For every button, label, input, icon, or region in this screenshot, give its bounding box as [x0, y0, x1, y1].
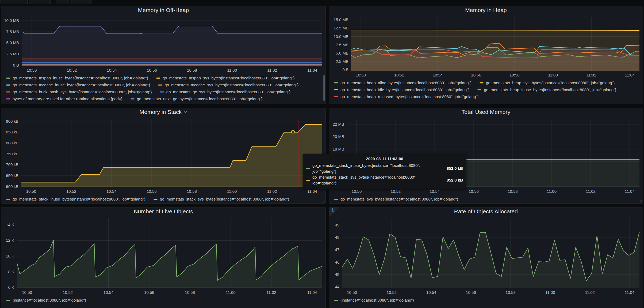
- chart-memory-in-stack[interactable]: 10:5010:5210:5410:5610:5811:0011:0211:04…: [1, 116, 325, 195]
- toolbar-control[interactable]: [70, 0, 91, 4]
- legend-label[interactable]: go_memstats_buck_hash_sys_bytes{instance…: [13, 88, 152, 95]
- panel-number-of-live-objects: Number of Live Objects10:5010:5210:5410:…: [1, 207, 326, 308]
- x-tick-label: 10:52: [66, 189, 76, 194]
- y-tick-label: 48: [335, 235, 339, 240]
- legend-item[interactable]: go_memstats_mspan_inuse_bytes{instance="…: [6, 75, 148, 82]
- y-tick-label: 900 kB: [6, 119, 18, 124]
- panel-info-corner[interactable]: i: [329, 207, 339, 217]
- tooltip-row: go_memstats_stack_sys_bytes{instance="lo…: [306, 174, 463, 186]
- panel-title[interactable]: Memory in Stack: [140, 109, 182, 115]
- series-color-dash: [334, 82, 338, 83]
- legend-label[interactable]: go_memstats_gc_sys_bytes{instance="local…: [166, 88, 290, 95]
- legend-item[interactable]: go_memstats_heap_inuse_bytes{instance="l…: [477, 86, 616, 93]
- panel-rate-of-objects-allocated: Rate of Objects Allocated10:5010:5210:54…: [329, 207, 643, 308]
- legend-item[interactable]: go_memstats_mspan_sys_bytes{instance="lo…: [156, 75, 294, 82]
- series-color-dash: [154, 199, 158, 200]
- series-color-dash: [477, 89, 481, 90]
- legend-item[interactable]: go_memstats_sys_bytes{instance="localhos…: [334, 196, 458, 203]
- x-tick-label: 11:02: [266, 290, 276, 295]
- panel-header-number-of-live-objects[interactable]: Number of Live Objects: [1, 207, 325, 215]
- x-tick-label: 11:04: [307, 68, 317, 72]
- legend: go_memstats_heap_alloc_bytes{instance="l…: [334, 79, 639, 100]
- panel-title[interactable]: Memory in Off-Heap: [138, 7, 189, 13]
- legend-label[interactable]: go_memstats_heap_idle_bytes{instance="lo…: [340, 86, 469, 93]
- legend-label[interactable]: go_memstats_mcache_inuse_bytes{instance=…: [13, 82, 150, 88]
- chart-number-of-live-objects[interactable]: 10:5010:5210:5410:5610:5811:0011:0211:04…: [1, 215, 325, 296]
- panel-header-rate-of-objects-allocated[interactable]: Rate of Objects Allocated: [329, 207, 643, 215]
- legend-label[interactable]: go_memstats_heap_released_bytes{instance…: [340, 93, 479, 100]
- y-tick-label: 20 MB: [333, 134, 344, 139]
- legend-item[interactable]: go_memstats_heap_idle_bytes{instance="lo…: [334, 86, 469, 93]
- x-tick-label: 10:58: [187, 189, 197, 194]
- legend-label[interactable]: {instance="localhost:8080", job="golang"…: [340, 297, 414, 304]
- panel-resize-handle[interactable]: [321, 199, 325, 203]
- legend-label[interactable]: bytes of memory are used for other runti…: [13, 95, 122, 102]
- series-color-dash: [6, 78, 10, 79]
- x-tick-label: 11:00: [226, 290, 235, 295]
- tooltip-timestamp: 2020-08-11 11:03:00: [306, 156, 463, 161]
- x-tick-label: 10:52: [387, 290, 397, 295]
- chevron-down-icon[interactable]: [183, 111, 187, 113]
- legend-item[interactable]: go_memstats_heap_released_bytes{instance…: [334, 93, 479, 100]
- legend-item[interactable]: go_memstats_stack_inuse_bytes{instance="…: [6, 196, 145, 203]
- toolbar-control[interactable]: [56, 0, 68, 4]
- chart-memory-in-heap[interactable]: 10:5010:5210:5410:5610:5811:0011:0211:04…: [329, 14, 643, 78]
- panel-header-total-used-memory[interactable]: Total Used Memory: [329, 108, 643, 116]
- legend-item[interactable]: go_memstats_stack_sys_bytes{instance="lo…: [154, 196, 289, 203]
- panel-header-memory-in-heap[interactable]: Memory in Heap: [329, 6, 643, 14]
- y-tick-label: 8 K: [8, 270, 14, 274]
- series-color-dash: [306, 168, 310, 169]
- legend-item[interactable]: go_memstats_heap_alloc_bytes{instance="l…: [334, 79, 471, 86]
- chart-rate-of-objects-allocated[interactable]: 10:5010:5210:5410:5610:5811:0011:0211:04…: [329, 215, 643, 296]
- legend-item[interactable]: go_memstats_buck_hash_sys_bytes{instance…: [6, 88, 152, 95]
- y-tick-label: 45: [335, 272, 339, 277]
- legend-label[interactable]: go_memstats_next_gc_bytes{instance="loca…: [137, 95, 263, 102]
- legend-label[interactable]: go_memstats_heap_sys_bytes{instance="loc…: [486, 79, 615, 86]
- series-color-dash: [156, 78, 160, 79]
- graph-tooltip: 2020-08-11 11:03:00 go_memstats_stack_in…: [303, 154, 466, 189]
- legend-label[interactable]: go_memstats_stack_sys_bytes{instance="lo…: [160, 196, 289, 203]
- panel-title[interactable]: Number of Live Objects: [134, 208, 193, 215]
- series-color-dash: [6, 199, 10, 200]
- x-tick-label: 10:50: [347, 290, 357, 295]
- x-tick-label: 10:58: [505, 290, 516, 295]
- legend-item[interactable]: go_memstats_next_gc_bytes{instance="loca…: [131, 95, 263, 102]
- legend-item[interactable]: go_memstats_mcache_sys_bytes{instance="l…: [158, 82, 298, 88]
- series-color-dash: [131, 98, 135, 99]
- x-tick-label: 10:56: [147, 189, 157, 194]
- legend-label[interactable]: go_memstats_mspan_sys_bytes{instance="lo…: [163, 75, 294, 82]
- legend-item[interactable]: go_memstats_gc_sys_bytes{instance="local…: [160, 88, 290, 95]
- panel-title[interactable]: Rate of Objects Allocated: [454, 208, 518, 215]
- legend-item[interactable]: {instance="localhost:8080", job="golang"…: [334, 297, 414, 304]
- legend-label[interactable]: go_memstats_mcache_sys_bytes{instance="l…: [164, 82, 298, 88]
- legend-label[interactable]: {instance="localhost:8080", job="golang"…: [13, 297, 86, 304]
- legend-label[interactable]: go_memstats_heap_alloc_bytes{instance="l…: [340, 79, 471, 86]
- hover-point-marker: [292, 130, 294, 133]
- chart-memory-in-off-heap[interactable]: 10:5010:5210:5410:5610:5811:0011:0211:04…: [1, 14, 325, 74]
- panel-title[interactable]: Total Used Memory: [462, 109, 511, 115]
- legend-item[interactable]: go_memstats_mcache_inuse_bytes{instance=…: [6, 82, 150, 88]
- x-tick-label: 11:02: [586, 73, 596, 77]
- panel-title[interactable]: Memory in Heap: [465, 7, 507, 13]
- panel-resize-handle[interactable]: [639, 199, 642, 203]
- x-tick-label: 10:50: [27, 68, 37, 72]
- y-tick-label: 5.0 MB: [336, 51, 348, 55]
- legend-item[interactable]: {instance="localhost:8080", job="golang"…: [6, 297, 86, 304]
- legend-label[interactable]: go_memstats_mspan_inuse_bytes{instance="…: [13, 75, 148, 82]
- toolbar-control[interactable]: [1, 0, 28, 4]
- legend-item[interactable]: go_memstats_heap_sys_bytes{instance="loc…: [480, 79, 615, 86]
- y-tick-label: 7.5 MB: [6, 29, 19, 34]
- panel-header-memory-in-off-heap[interactable]: Memory in Off-Heap: [1, 6, 325, 14]
- toolbar-control[interactable]: [29, 0, 51, 4]
- series-color-dash: [158, 84, 162, 86]
- legend-scrollbar[interactable]: [323, 75, 325, 101]
- y-tick-label: 10 K: [6, 254, 14, 258]
- x-tick-label: 11:04: [625, 290, 634, 295]
- legend-item[interactable]: bytes of memory are used for other runti…: [6, 95, 122, 102]
- legend-label[interactable]: go_memstats_stack_inuse_bytes{instance="…: [13, 196, 145, 203]
- legend-label[interactable]: go_memstats_heap_inuse_bytes{instance="l…: [484, 86, 616, 93]
- legend-label[interactable]: go_memstats_sys_bytes{instance="localhos…: [340, 196, 458, 203]
- info-icon: i: [331, 208, 334, 213]
- panel-header-memory-in-stack[interactable]: Memory in Stack: [1, 108, 325, 116]
- x-tick-label: 11:04: [307, 290, 317, 295]
